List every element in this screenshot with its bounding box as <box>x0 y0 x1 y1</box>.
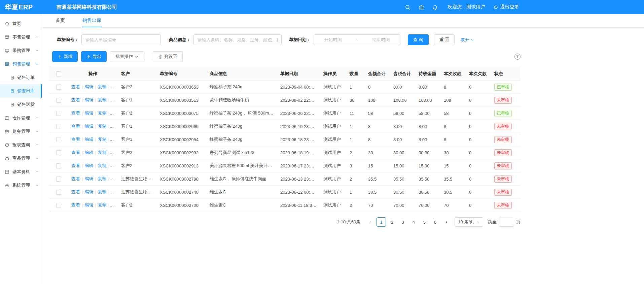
row-action-view[interactable]: 查看 <box>71 176 80 181</box>
date-start-input[interactable]: 开始时间 <box>324 37 342 43</box>
row-checkbox[interactable] <box>56 137 61 142</box>
row-action-copy[interactable]: 复制 <box>98 202 107 208</box>
sidebar-item-sales-order[interactable]: 销售订单 <box>0 71 42 84</box>
table-row: 查看|编辑|复制|删除客户2XSCK00000002913美汁源果粒橙 500m… <box>49 159 521 172</box>
date-range-picker[interactable]: 开始时间 ~ 结束时间 <box>314 34 400 45</box>
row-action-edit[interactable]: 编辑 <box>84 202 93 208</box>
logout-button[interactable]: 退出登录 <box>493 4 519 10</box>
cell-product: 蒙牛精选牧场纯牛奶 <box>206 94 277 107</box>
add-button[interactable]: 新增 <box>52 51 78 62</box>
row-action-edit[interactable]: 编辑 <box>84 176 93 181</box>
reset-button[interactable]: 重 置 <box>434 34 455 45</box>
help-icon[interactable]: ? <box>514 54 521 60</box>
page-number-6[interactable]: 6 <box>430 217 440 227</box>
row-action-view[interactable]: 查看 <box>71 84 80 89</box>
row-action-copy[interactable]: 复制 <box>98 84 107 89</box>
row-action-copy[interactable]: 复制 <box>98 137 107 142</box>
page-number-4[interactable]: 4 <box>409 217 418 227</box>
tab-home[interactable]: 首页 <box>55 14 66 27</box>
row-checkbox[interactable] <box>56 150 61 155</box>
sidebar-item-sales-outbound[interactable]: 销售出库 <box>0 84 42 98</box>
column-settings-button[interactable]: 列设置 <box>153 51 183 62</box>
jump-page-input[interactable] <box>499 218 514 227</box>
row-action-copy[interactable]: 复制 <box>98 189 107 194</box>
row-action-copy[interactable]: 复制 <box>98 124 107 129</box>
expand-link[interactable]: 展开 <box>461 37 474 43</box>
sidebar-item-purchase[interactable]: 采购管理 <box>0 44 42 57</box>
row-action-edit[interactable]: 编辑 <box>84 137 93 142</box>
cell-tax_total: 8.00 <box>390 81 415 94</box>
top-header: 华夏ERP 南通某某网络科技有限公司 欢迎您，测试用户 退出登录 <box>0 0 644 14</box>
sidebar-item-label: 销售出库 <box>17 88 35 94</box>
row-action-copy[interactable]: 复制 <box>98 163 107 168</box>
row-checkbox[interactable] <box>56 85 61 90</box>
row-action-view[interactable]: 查看 <box>71 137 80 142</box>
page-number-5[interactable]: 5 <box>420 217 429 227</box>
next-page-button[interactable] <box>442 217 451 227</box>
sidebar-item-finance[interactable]: 财务管理 <box>0 125 42 138</box>
column-header: 本次欠款 <box>466 67 491 81</box>
page-size-select[interactable]: 10 条/页 <box>455 217 483 227</box>
row-action-view[interactable]: 查看 <box>71 111 80 116</box>
cell-received: 30.5 <box>440 186 466 199</box>
row-action-edit[interactable]: 编辑 <box>84 84 93 89</box>
row-action-copy[interactable]: 复制 <box>98 97 107 102</box>
row-action-edit[interactable]: 编辑 <box>84 150 93 155</box>
tab-sales-outbound[interactable]: 销售出库 <box>82 14 102 27</box>
row-checkbox[interactable] <box>56 124 61 129</box>
row-action-edit[interactable]: 编辑 <box>84 163 93 168</box>
row-action-copy[interactable]: 复制 <box>98 111 107 116</box>
search-icon[interactable] <box>405 4 410 10</box>
row-action-edit[interactable]: 编辑 <box>84 111 93 116</box>
platform-icon[interactable] <box>419 4 424 10</box>
prev-page-button[interactable] <box>366 217 374 227</box>
cell-status: 未审核 <box>491 133 521 146</box>
sidebar-item-products[interactable]: 商品管理 <box>0 152 42 165</box>
sidebar-item-warehouse[interactable]: 仓库管理 <box>0 111 42 125</box>
row-action-copy[interactable]: 复制 <box>98 176 107 181</box>
row-action-edit[interactable]: 编辑 <box>84 189 93 194</box>
sidebar-item-sales-return[interactable]: 销售退货 <box>0 98 42 111</box>
sidebar-item-retail[interactable]: 零售管理 <box>0 30 42 44</box>
cell-customer: 客户2 <box>118 107 156 120</box>
action-separator: | <box>82 124 83 129</box>
date-end-input[interactable]: 结束时间 <box>372 37 390 43</box>
page-number-1[interactable]: 1 <box>377 217 386 227</box>
status-badge: 未审核 <box>494 123 512 130</box>
action-separator: | <box>108 189 109 194</box>
row-action-view[interactable]: 查看 <box>71 189 80 194</box>
row-action-view[interactable]: 查看 <box>71 202 80 208</box>
notification-bell-icon[interactable] <box>432 4 438 10</box>
row-action-view[interactable]: 查看 <box>71 163 80 168</box>
row-action-view[interactable]: 查看 <box>71 124 80 129</box>
sidebar-item-reports[interactable]: 报表查询 <box>0 138 42 152</box>
bill-no-input[interactable] <box>81 34 161 45</box>
batch-actions-button[interactable]: 批量操作 <box>110 51 144 62</box>
action-separator: | <box>82 150 83 155</box>
row-action-view[interactable]: 查看 <box>71 97 80 102</box>
sidebar-item-home[interactable]: 首页 <box>0 17 42 30</box>
cell-debt: 0 <box>466 146 491 159</box>
select-all-checkbox[interactable] <box>56 71 61 76</box>
row-action-copy[interactable]: 复制 <box>98 150 107 155</box>
basic-data-icon <box>5 169 9 174</box>
row-checkbox[interactable] <box>56 190 61 195</box>
sidebar-item-sales[interactable]: 销售管理 <box>0 57 42 71</box>
row-checkbox[interactable] <box>56 203 61 208</box>
product-info-input[interactable] <box>193 34 282 45</box>
page-number-3[interactable]: 3 <box>398 217 407 227</box>
row-action-view[interactable]: 查看 <box>71 150 80 155</box>
row-checkbox[interactable] <box>56 111 61 116</box>
table-body: 查看|编辑|复制|删除客户2XSCK00000003653蜂蜜柚子茶 240g2… <box>49 81 521 212</box>
sidebar-item-system[interactable]: 系统管理 <box>0 179 42 192</box>
row-action-edit[interactable]: 编辑 <box>84 97 93 102</box>
retail-icon <box>5 35 9 39</box>
row-action-edit[interactable]: 编辑 <box>84 124 93 129</box>
page-number-2[interactable]: 2 <box>387 217 397 227</box>
sidebar-item-basic-data[interactable]: 基本资料 <box>0 165 42 179</box>
row-checkbox[interactable] <box>56 98 61 103</box>
row-checkbox[interactable] <box>56 163 61 168</box>
row-checkbox[interactable] <box>56 177 61 182</box>
export-button[interactable]: 导出 <box>81 51 107 62</box>
search-button[interactable]: 查 询 <box>408 34 429 45</box>
